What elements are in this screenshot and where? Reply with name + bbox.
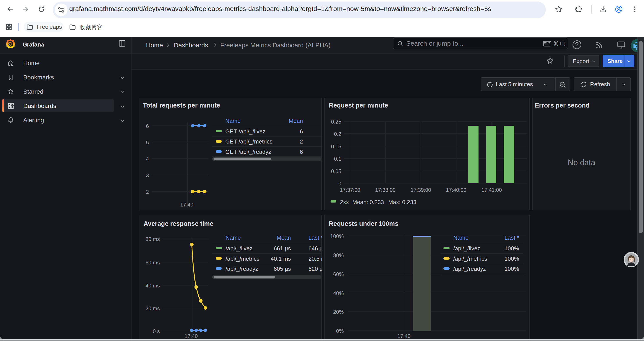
svg-text:Mean: Mean <box>277 234 291 241</box>
svg-text:0.25: 0.25 <box>331 119 341 125</box>
svg-text:No data: No data <box>568 158 596 167</box>
svg-text:0: 0 <box>338 181 341 187</box>
svg-text:GET /api/_/readyz: GET /api/_/readyz <box>225 149 271 155</box>
svg-text:605 µs: 605 µs <box>274 265 291 272</box>
svg-text:3: 3 <box>146 172 149 178</box>
svg-text:/api/_/metrics: /api/_/metrics <box>453 255 487 262</box>
svg-text:100%: 100% <box>504 245 519 252</box>
svg-text:60%: 60% <box>333 271 344 277</box>
svg-text:/api/_/metrics: /api/_/metrics <box>226 255 260 262</box>
svg-text:Name: Name <box>226 234 241 241</box>
svg-text:GET /api/_/metrics: GET /api/_/metrics <box>225 138 272 145</box>
svg-text:Max: 0.233: Max: 0.233 <box>388 199 416 205</box>
svg-text:20.5 ms: 20.5 ms <box>308 255 322 262</box>
svg-text:40%: 40% <box>333 290 344 296</box>
svg-text:20%: 20% <box>333 309 344 315</box>
svg-text:GET /api/_/livez: GET /api/_/livez <box>225 128 266 135</box>
svg-text:40.1 ms: 40.1 ms <box>271 255 291 262</box>
svg-text:6: 6 <box>300 128 303 135</box>
svg-text:5: 5 <box>146 140 149 146</box>
svg-text:620 µs: 620 µs <box>308 265 322 272</box>
svg-text:6: 6 <box>146 123 149 129</box>
svg-text:0.15: 0.15 <box>331 144 341 149</box>
svg-text:Request per minute: Request per minute <box>329 102 388 109</box>
svg-text:0.1: 0.1 <box>334 156 341 162</box>
svg-text:60 ms: 60 ms <box>146 260 160 265</box>
svg-text:4: 4 <box>146 156 149 162</box>
svg-text:2xx: 2xx <box>340 199 349 205</box>
svg-text:Last *: Last * <box>504 234 519 241</box>
svg-text:Last *: Last * <box>308 234 322 241</box>
svg-text:80 ms: 80 ms <box>146 236 160 242</box>
svg-text:/api/_/readyz: /api/_/readyz <box>453 265 486 272</box>
svg-text:/api/_/livez: /api/_/livez <box>453 245 480 252</box>
svg-text:661 µs: 661 µs <box>274 245 291 252</box>
svg-text:17:37:00: 17:37:00 <box>340 187 360 193</box>
svg-text:646 µs: 646 µs <box>308 245 322 252</box>
svg-text:Mean: 0.233: Mean: 0.233 <box>352 199 384 205</box>
svg-text:2: 2 <box>300 138 303 145</box>
svg-text:80%: 80% <box>333 252 344 258</box>
svg-text:Mean: Mean <box>289 118 303 124</box>
svg-text:/api/_/readyz: /api/_/readyz <box>226 265 258 272</box>
svg-text:/api/_/livez: /api/_/livez <box>226 245 252 252</box>
svg-text:40 ms: 40 ms <box>146 283 160 288</box>
svg-text:Errors per second: Errors per second <box>535 102 590 109</box>
svg-text:17:40: 17:40 <box>184 333 198 339</box>
svg-text:17:41:00: 17:41:00 <box>481 187 502 193</box>
svg-text:17:40: 17:40 <box>180 202 193 208</box>
svg-text:100%: 100% <box>504 255 519 262</box>
svg-text:20 ms: 20 ms <box>146 305 160 311</box>
svg-text:17:40:00: 17:40:00 <box>446 187 466 193</box>
svg-text:6: 6 <box>300 149 303 155</box>
svg-text:17:40: 17:40 <box>398 333 410 339</box>
svg-text:Name: Name <box>225 118 240 124</box>
svg-text:100%: 100% <box>504 265 519 272</box>
svg-text:2: 2 <box>146 189 149 195</box>
svg-text:17:39:00: 17:39:00 <box>410 187 431 193</box>
svg-text:0%: 0% <box>336 328 344 334</box>
svg-text:17:38:00: 17:38:00 <box>375 187 396 193</box>
svg-text:0 s: 0 s <box>153 328 160 334</box>
svg-text:Requests under 100ms: Requests under 100ms <box>329 220 398 227</box>
svg-text:100%: 100% <box>330 233 344 239</box>
svg-text:0.05: 0.05 <box>331 168 341 174</box>
svg-text:Average response time: Average response time <box>144 220 213 227</box>
svg-text:Name: Name <box>453 234 468 241</box>
svg-text:Total requests per minute: Total requests per minute <box>143 102 220 109</box>
svg-text:0.2: 0.2 <box>334 131 341 137</box>
